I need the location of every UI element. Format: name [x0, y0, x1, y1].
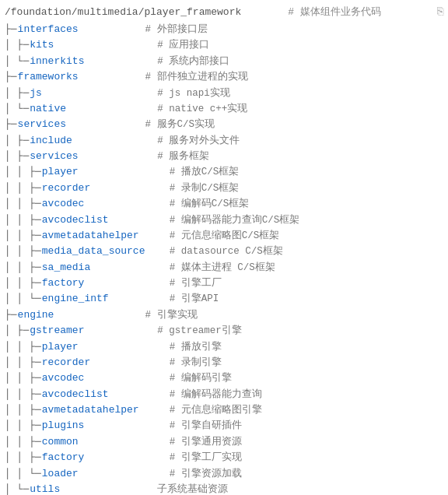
tree-item-comment: # 编解码C/S框架 [166, 197, 250, 212]
tree-indent: │ │ ├─ [5, 212, 41, 228]
tree-row: │ ├─ gstreamer# gstreamer引擎 [5, 323, 443, 339]
tree-item-comment: # 外部接口层 [142, 23, 208, 37]
tree-item-name[interactable]: avmetadatahelper [42, 228, 166, 244]
tree-item-name[interactable]: avcodeclist [42, 212, 166, 228]
tree-item-name[interactable]: interfaces [18, 22, 142, 37]
header-path: /foundation/multimedia/player_framework [5, 6, 241, 18]
tree-item-name[interactable]: factory [42, 450, 166, 465]
tree-item-name[interactable]: services [30, 149, 154, 164]
tree-item-comment: # 引擎工厂实现 [166, 451, 242, 465]
tree-item-name[interactable]: sa_media [42, 260, 166, 276]
tree-item-name[interactable]: recorder [42, 181, 166, 196]
tree-row: │ │ ├─ factory# 引擎工厂实现 [5, 450, 443, 465]
tree-row: ├─ services# 服务C/S实现 [5, 117, 443, 132]
tree-item-comment: # 引擎API [166, 292, 219, 307]
tree-item-comment: # 编解码器能力查询 [166, 388, 262, 402]
tree-item-name[interactable]: avcodeclist [42, 387, 166, 402]
tree-item-name[interactable]: avmetadatahelper [42, 402, 166, 418]
tree-item-name[interactable]: include [30, 133, 154, 149]
tree-item-name[interactable]: gstreamer [30, 323, 154, 339]
tree-item-name[interactable]: engine_intf [42, 291, 166, 307]
tree-indent: │ │ ├─ [5, 387, 41, 402]
tree-item-name[interactable]: engine [18, 307, 142, 323]
tree-row: │ │ ├─ common# 引擎通用资源 [5, 434, 443, 450]
tree-item-comment: # 服务C/S实现 [142, 118, 215, 132]
header-comment: # 媒体组件业务代码 [288, 5, 381, 19]
tree-item-name[interactable]: services [18, 117, 142, 132]
tree-item-comment: # 元信息缩略图C/S框架 [166, 229, 280, 244]
tree-indent: │ │ ├─ [5, 418, 41, 434]
tree-indent: │ │ ├─ [5, 434, 41, 450]
tree-item-name[interactable]: avcodec [42, 196, 166, 212]
tree-item-name[interactable]: loader [42, 466, 166, 482]
tree-item-comment: # 播放引擎 [166, 340, 222, 355]
tree-item-name[interactable]: frameworks [18, 69, 142, 85]
tree-item-name[interactable]: common [42, 434, 166, 450]
tree-indent: │ ├─ [5, 149, 29, 164]
tree-row: │ ├─ include# 服务对外头文件 [5, 133, 443, 149]
tree-item-comment: # 引擎自研插件 [166, 419, 242, 434]
tree-item-comment: # 服务框架 [154, 149, 209, 164]
tree-indent: │ │ ├─ [5, 181, 41, 196]
tree-item-comment: # 元信息缩略图引擎 [166, 403, 262, 418]
tree-row: │ │ ├─ avcodec# 编解码引擎 [5, 370, 443, 386]
tree-indent: │ │ └─ [5, 291, 41, 307]
tree-indent: │ ├─ [5, 37, 29, 53]
tree-row: │ │ ├─ avcodeclist# 编解码器能力查询C/S框架 [5, 212, 443, 228]
tree-item-comment: # 引擎资源加载 [166, 467, 242, 482]
tree-indent: │ │ ├─ [5, 450, 41, 465]
copy-icon[interactable]: ⎘ [437, 5, 443, 18]
tree-row: ├─ engine# 引擎实现 [5, 307, 443, 323]
tree-indent: ├─ [5, 117, 17, 132]
tree-item-name[interactable]: innerkits [30, 54, 154, 69]
tree-item-name[interactable]: media_data_source [42, 244, 166, 259]
tree-item-comment: # 引擎通用资源 [166, 435, 242, 450]
tree-item-comment: 子系统基础资源 [154, 483, 228, 495]
tree-item-comment: # 媒体主进程 C/S框架 [166, 261, 275, 276]
tree-item-comment: # 播放C/S框架 [166, 165, 240, 180]
tree-row: │ │ ├─ avmetadatahelper# 元信息缩略图引擎 [5, 402, 443, 418]
header: /foundation/multimedia/player_framework … [0, 3, 448, 20]
tree-indent: │ ├─ [5, 323, 29, 339]
tree-row: │ │ ├─ avcodeclist# 编解码器能力查询 [5, 387, 443, 402]
tree-indent: │ │ ├─ [5, 164, 41, 180]
tree-row: │ │ ├─ media_data_source# datasource C/S… [5, 244, 443, 259]
tree-indent: ├─ [5, 69, 17, 85]
tree-row: │ │ ├─ avmetadatahelper# 元信息缩略图C/S框架 [5, 228, 443, 244]
tree-container: ├─ interfaces# 外部接口层│ ├─ kits# 应用接口│ └─ … [0, 20, 448, 495]
tree-item-comment: # datasource C/S框架 [166, 244, 283, 259]
tree-indent: │ │ ├─ [5, 228, 41, 244]
tree-item-name[interactable]: avcodec [42, 370, 166, 386]
tree-indent: │ │ ├─ [5, 244, 41, 259]
tree-row: ├─ interfaces# 外部接口层 [5, 22, 443, 37]
tree-indent: │ │ ├─ [5, 276, 41, 291]
tree-item-name[interactable]: recorder [42, 355, 166, 370]
tree-item-comment: # 录制C/S框架 [166, 181, 240, 196]
tree-row: │ ├─ services# 服务框架 [5, 149, 443, 164]
tree-indent: │ │ ├─ [5, 339, 41, 355]
tree-indent: ├─ [5, 307, 17, 323]
tree-item-name[interactable]: player [42, 339, 166, 355]
tree-item-comment: # 录制引擎 [166, 356, 222, 370]
tree-row: │ │ ├─ player# 播放引擎 [5, 339, 443, 355]
tree-row: │ │ ├─ factory# 引擎工厂 [5, 276, 443, 291]
tree-item-comment: # 引擎实现 [142, 308, 198, 323]
tree-item-name[interactable]: plugins [42, 418, 166, 434]
tree-item-name[interactable]: utils [30, 482, 154, 495]
tree-indent: │ └─ [5, 482, 29, 495]
tree-indent: │ │ ├─ [5, 196, 41, 212]
tree-item-name[interactable]: factory [42, 276, 166, 291]
tree-item-comment: # 编解码引擎 [166, 371, 232, 386]
tree-indent: │ │ ├─ [5, 355, 41, 370]
tree-indent: │ │ ├─ [5, 370, 41, 386]
tree-indent: ├─ [5, 22, 17, 37]
tree-item-name[interactable]: native [30, 101, 154, 117]
tree-item-name[interactable]: kits [30, 37, 154, 53]
tree-item-comment: # 引擎工厂 [166, 276, 222, 291]
tree-item-name[interactable]: player [42, 164, 166, 180]
tree-row: │ │ ├─ recorder# 录制引擎 [5, 355, 443, 370]
tree-row: │ └─ innerkits# 系统内部接口 [5, 54, 443, 69]
tree-item-name[interactable]: js [30, 86, 154, 101]
tree-row: │ ├─ js# js napi实现 [5, 86, 443, 101]
tree-indent: │ └─ [5, 101, 29, 117]
